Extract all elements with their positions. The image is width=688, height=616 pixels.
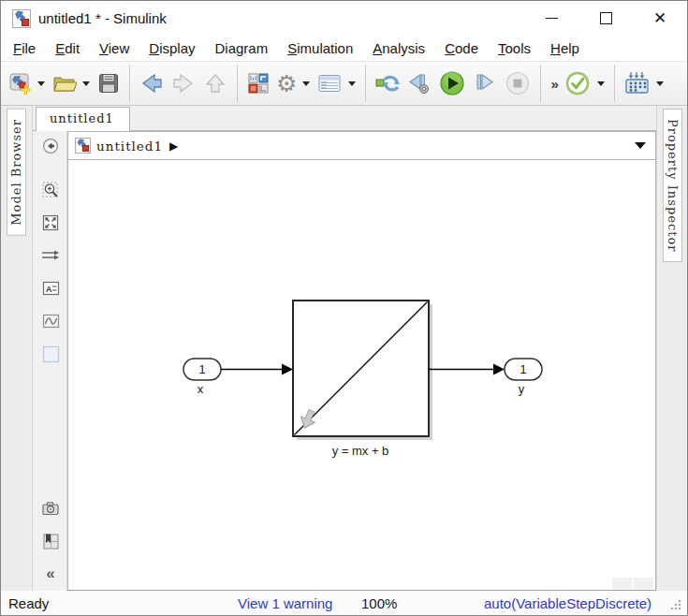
maximize-button[interactable] xyxy=(578,1,633,36)
bookmark-panel-icon xyxy=(42,533,60,550)
breadcrumb-dropdown[interactable] xyxy=(635,142,646,149)
screenshot-button[interactable] xyxy=(41,499,60,518)
menu-help[interactable]: Help xyxy=(550,40,579,56)
outport-label: y xyxy=(519,382,525,396)
warning-link[interactable]: View 1 warning xyxy=(238,595,332,611)
block-label: y = mx + b xyxy=(332,444,389,458)
menu-code[interactable]: Code xyxy=(445,40,478,56)
step-forward-button[interactable] xyxy=(469,65,501,102)
model-settings-button[interactable]: ⚙ xyxy=(273,65,300,102)
toolbar-separator xyxy=(237,65,238,102)
new-model-button[interactable] xyxy=(5,65,35,102)
data-inspector-dropdown[interactable] xyxy=(656,81,664,86)
stop-button[interactable] xyxy=(501,65,534,102)
horizontal-scrollbar[interactable] xyxy=(612,578,653,589)
toolbar-separator xyxy=(365,65,366,102)
inport-number: 1 xyxy=(199,363,206,376)
open-folder-icon xyxy=(51,71,77,95)
breadcrumb[interactable]: untitled1 ▶ xyxy=(67,131,656,160)
maximize-icon xyxy=(600,12,612,24)
open-button[interactable] xyxy=(49,65,80,102)
toolbar-separator xyxy=(540,65,541,102)
menu-edit[interactable]: Edit xyxy=(55,40,80,56)
main-area: Model Browser untitled1 xyxy=(1,106,687,591)
new-model-dropdown[interactable] xyxy=(37,81,45,86)
model-advisor-button[interactable] xyxy=(562,65,594,102)
close-button[interactable]: ✕ xyxy=(633,1,687,36)
update-model-button[interactable] xyxy=(372,65,403,102)
toolbar: ⚙ xyxy=(1,61,687,106)
toolbar-overflow-button[interactable]: » xyxy=(547,76,561,92)
back-to-parent-button[interactable] xyxy=(41,137,60,155)
tab-untitled1[interactable]: untitled1 xyxy=(36,107,130,131)
zoom-in-icon xyxy=(42,182,60,199)
simulink-app-icon xyxy=(12,9,31,28)
library-browser-button[interactable] xyxy=(243,65,273,102)
property-inspector-tab[interactable]: Property Inspector xyxy=(663,109,682,262)
outport-block[interactable]: 1 y xyxy=(505,359,542,396)
statusbar: Ready View 1 warning 100% auto(VariableS… xyxy=(1,591,687,615)
signal-lines-icon xyxy=(41,247,60,264)
status-text: Ready xyxy=(8,595,49,611)
breadcrumb-model-name[interactable]: untitled1 xyxy=(96,139,163,154)
menu-simulation[interactable]: Simulation xyxy=(287,40,353,56)
menu-tools[interactable]: Tools xyxy=(498,40,531,56)
circle-back-icon xyxy=(42,138,59,154)
minimize-icon xyxy=(546,18,558,19)
solver-link[interactable]: auto(VariableStepDiscrete) xyxy=(484,595,651,611)
signal-line-out[interactable] xyxy=(429,364,505,375)
menu-display[interactable]: Display xyxy=(149,40,195,56)
area-button[interactable] xyxy=(41,345,60,363)
up-to-parent-button[interactable] xyxy=(199,65,231,102)
svg-text:A: A xyxy=(46,285,52,294)
toolbar-separator xyxy=(614,65,615,102)
menu-analysis[interactable]: Analysis xyxy=(373,40,425,56)
forward-arrow-icon xyxy=(170,71,197,95)
close-icon: ✕ xyxy=(653,10,666,26)
menubar: FileEditViewDisplayDiagramSimulationAnal… xyxy=(1,36,687,61)
step-back-button[interactable] xyxy=(403,65,435,102)
open-dropdown[interactable] xyxy=(82,81,90,86)
add-viewer-button[interactable] xyxy=(41,532,60,550)
forward-button[interactable] xyxy=(168,65,199,102)
model-browser-tab[interactable]: Model Browser xyxy=(7,109,26,236)
fit-to-view-icon xyxy=(42,214,59,231)
save-button[interactable] xyxy=(94,65,124,102)
step-forward-icon xyxy=(472,71,498,95)
model-settings-dropdown[interactable] xyxy=(302,81,310,86)
menu-view[interactable]: View xyxy=(99,40,129,56)
back-arrow-icon xyxy=(139,71,165,95)
route-signals-button[interactable] xyxy=(41,246,60,265)
zoom-in-button[interactable] xyxy=(41,181,60,199)
run-icon xyxy=(438,70,466,96)
minimize-button[interactable] xyxy=(524,1,578,36)
titlebar: untitled1 * - Simulink ✕ xyxy=(1,1,687,36)
run-button[interactable] xyxy=(435,65,469,102)
data-inspector-button[interactable] xyxy=(621,65,653,102)
inport-label: x xyxy=(198,382,204,396)
breadcrumb-model-icon xyxy=(75,138,91,154)
viewer-button[interactable] xyxy=(41,312,60,330)
back-button[interactable] xyxy=(136,65,168,102)
toolbar-separator xyxy=(129,65,130,102)
right-edge-strip: Property Inspector xyxy=(656,106,687,591)
model-canvas[interactable]: 1 x xyxy=(67,160,656,591)
menu-diagram[interactable]: Diagram xyxy=(215,40,269,56)
document-tabbar: untitled1 xyxy=(33,106,656,131)
gear-icon: ⚙ xyxy=(276,72,297,95)
editor-content: untitled1 ▶ 1 x xyxy=(67,131,656,591)
library-browser-icon xyxy=(246,71,271,95)
menu-file[interactable]: File xyxy=(13,40,36,56)
resize-grip-icon[interactable] xyxy=(670,599,681,610)
model-data-editor-dropdown[interactable] xyxy=(348,81,356,86)
annotation-button[interactable]: A xyxy=(41,279,60,298)
hide-palette-button[interactable]: « xyxy=(41,564,60,582)
signal-line-in[interactable] xyxy=(221,364,293,375)
fit-to-view-button[interactable] xyxy=(41,213,60,232)
model-data-editor-button[interactable] xyxy=(314,65,345,102)
linear-block[interactable]: y = mx + b xyxy=(293,301,432,458)
stop-icon xyxy=(504,70,532,96)
inport-block[interactable]: 1 x xyxy=(183,359,221,396)
model-advisor-dropdown[interactable] xyxy=(597,81,605,86)
tool-palette: A xyxy=(33,131,67,591)
